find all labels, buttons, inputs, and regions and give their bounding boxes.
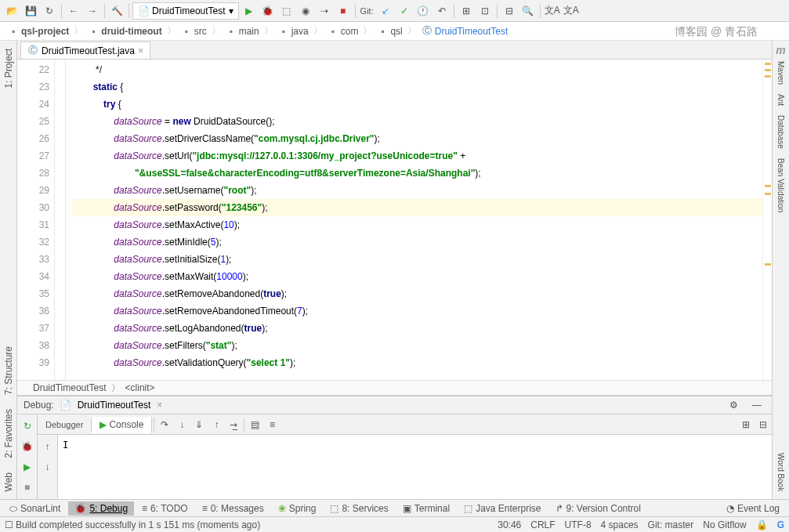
run-icon[interactable]: ▶	[241, 2, 258, 20]
resume-icon[interactable]: ▶	[19, 458, 36, 476]
open-icon[interactable]: 📂	[3, 2, 20, 20]
lock-icon[interactable]: 🔒	[756, 519, 768, 530]
rail-project[interactable]: 1: Project	[3, 44, 14, 93]
code-content[interactable]: */ static { try { dataSource = new Druid…	[66, 60, 762, 380]
status-bar: ☐ Build completed successfully in 1 s 15…	[0, 516, 789, 532]
status-indent[interactable]: 4 spaces	[601, 519, 639, 530]
bc-item[interactable]: ▪qsl-project	[5, 25, 72, 38]
tab-label: DruidTimeoutTest.java	[42, 45, 135, 56]
code-editor[interactable]: 222324252627282930313233343536373839 */ …	[17, 60, 772, 380]
terminal-icon: ▣	[403, 503, 411, 514]
git-update-icon[interactable]: ↙	[377, 2, 394, 20]
close-icon[interactable]: ×	[157, 400, 162, 411]
status-git[interactable]: Git: master	[648, 519, 694, 530]
rail-maven[interactable]: Maven	[776, 56, 785, 89]
forward-icon[interactable]: →	[84, 2, 101, 20]
btool-todo[interactable]: ≡6: TODO	[136, 501, 194, 516]
step-into-icon[interactable]: ↓	[173, 416, 190, 433]
folder-icon: ▪	[181, 26, 192, 37]
rerun-icon[interactable]: ↻	[19, 418, 36, 435]
bc-item[interactable]: ▪src	[178, 25, 210, 38]
tool2-icon[interactable]: ⊡	[476, 2, 494, 20]
gear-icon[interactable]: ⚙	[725, 396, 742, 414]
editor-tab-bar: Ⓒ DruidTimeoutTest.java ×	[17, 41, 772, 60]
rail-wordbook[interactable]: Word Book	[776, 448, 785, 496]
run-cursor-icon[interactable]: →̲	[225, 416, 242, 433]
bc-item[interactable]: ▪qsl	[374, 25, 405, 38]
rail-favorites[interactable]: 2: Favorites	[3, 404, 14, 463]
debug-panel: Debug: 📄 DruidTimeoutTest × ⚙ — ↻ 🐞 ▶ ■ …	[17, 396, 772, 499]
rail-structure[interactable]: 7: Structure	[3, 342, 14, 400]
folder-icon: ▪	[88, 26, 99, 37]
step-out-icon[interactable]: ↑	[208, 416, 225, 433]
console-output[interactable]: I	[58, 435, 772, 499]
up-icon[interactable]: ↑	[39, 438, 56, 455]
btool-javaee[interactable]: ⬚Java Enterprise	[458, 501, 547, 516]
folder-icon: ▪	[377, 26, 388, 37]
pin-icon[interactable]: ⊟	[755, 416, 772, 433]
build-icon[interactable]: 🔨	[108, 2, 125, 20]
eval-icon[interactable]: ▤	[246, 416, 263, 433]
translate-b-icon[interactable]: 文A	[563, 2, 580, 20]
bc-item[interactable]: ▪main	[223, 25, 262, 38]
tool1-icon[interactable]: ⊞	[458, 2, 475, 20]
editor-tab[interactable]: Ⓒ DruidTimeoutTest.java ×	[20, 42, 150, 59]
rail-ant[interactable]: Ant	[776, 89, 785, 110]
stop-icon[interactable]: ■	[335, 2, 352, 20]
status-gitflow[interactable]: No Gitflow	[703, 519, 746, 530]
minimize-icon[interactable]: —	[748, 396, 765, 414]
force-step-icon[interactable]: ⇓	[190, 416, 208, 433]
status-encoding[interactable]: UTF-8	[565, 519, 592, 530]
back-icon[interactable]: ←	[65, 2, 82, 20]
step-over-icon[interactable]: ↷	[156, 416, 173, 433]
debug-bug-icon[interactable]: 🐞	[19, 438, 36, 455]
translate-a-icon[interactable]: 文A	[544, 2, 561, 20]
trail-member[interactable]: <clinit>	[125, 382, 155, 393]
bottom-tool-bar: ⬭SonarLint 🐞5: Debug ≡6: TODO ≡0: Messag…	[0, 499, 789, 516]
search-icon[interactable]: 🔍	[519, 2, 537, 20]
tab-console[interactable]: ▶ Console	[92, 417, 152, 433]
structure-icon[interactable]: ⊟	[501, 2, 518, 20]
stop-debug-icon[interactable]: ■	[19, 479, 36, 496]
git-rollback-icon[interactable]: ↶	[433, 2, 451, 20]
trace-icon[interactable]: ≡	[263, 416, 280, 433]
rail-database[interactable]: Database	[776, 110, 785, 154]
btool-eventlog[interactable]: ◔Event Log	[720, 501, 786, 516]
rail-web[interactable]: Web	[3, 468, 14, 496]
run-config-select[interactable]: 📄 DruidTimeoutTest ▾	[132, 2, 239, 20]
google-icon[interactable]: G	[777, 519, 784, 530]
down-icon[interactable]: ↓	[39, 458, 56, 476]
btool-sonarlint[interactable]: ⬭SonarLint	[3, 501, 67, 516]
btool-terminal[interactable]: ▣Terminal	[396, 501, 456, 516]
layout-icon[interactable]: ⊞	[737, 416, 755, 433]
status-position[interactable]: 30:46	[498, 519, 521, 530]
btool-spring[interactable]: ❀Spring	[272, 501, 323, 516]
save-icon[interactable]: 💾	[22, 2, 39, 20]
coverage-icon[interactable]: ⬚	[278, 2, 295, 20]
attach-icon[interactable]: ⇢	[316, 2, 333, 20]
btool-debug[interactable]: 🐞5: Debug	[68, 501, 134, 516]
git-history-icon[interactable]: 🕐	[414, 2, 432, 20]
close-icon[interactable]: ×	[138, 45, 143, 56]
refresh-icon[interactable]: ↻	[41, 2, 58, 20]
bc-item[interactable]: ⒸDruidTimeoutTest	[418, 25, 512, 38]
folder-icon: ▪	[328, 26, 338, 37]
btool-vcs[interactable]: ↱9: Version Control	[549, 501, 647, 516]
bc-item[interactable]: ▪com	[324, 25, 362, 38]
rail-bean[interactable]: Bean Validation	[776, 154, 785, 217]
marker-bar[interactable]	[762, 60, 772, 380]
btool-messages[interactable]: ≡0: Messages	[196, 501, 270, 516]
btool-services[interactable]: ⬚8: Services	[324, 501, 394, 516]
status-icon[interactable]: ☐	[5, 519, 13, 530]
status-eol[interactable]: CRLF	[530, 519, 555, 530]
trail-class[interactable]: DruidTimeoutTest	[33, 382, 107, 393]
git-commit-icon[interactable]: ✓	[396, 2, 413, 20]
bc-item[interactable]: ▪druid-timeout	[85, 25, 165, 38]
fold-gutter[interactable]	[55, 60, 66, 380]
java-class-icon: Ⓒ	[27, 45, 38, 56]
debug-icon[interactable]: 🐞	[259, 2, 277, 20]
tab-debugger[interactable]: Debugger	[38, 418, 92, 432]
profile-icon[interactable]: ◉	[297, 2, 314, 20]
bc-item[interactable]: ▪java	[275, 25, 312, 38]
sonar-icon: ⬭	[9, 503, 17, 514]
